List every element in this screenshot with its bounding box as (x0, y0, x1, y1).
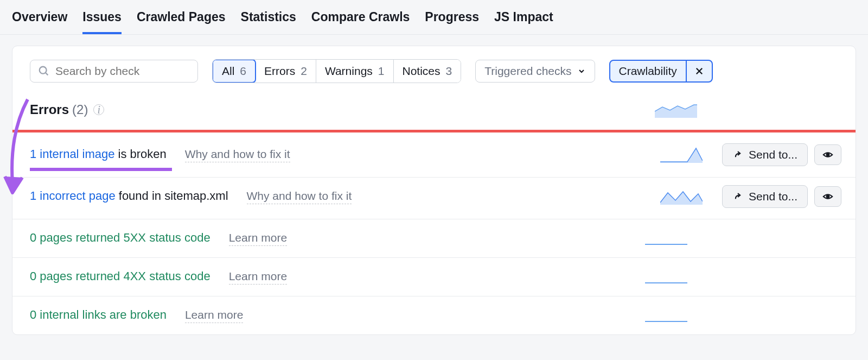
filter-toolbar: All 6 Errors 2 Warnings 1 Notices 3 Trig… (12, 46, 856, 93)
filter-errors[interactable]: Errors 2 (256, 60, 316, 83)
tab-progress[interactable]: Progress (425, 10, 479, 34)
issue-text: 0 pages returned 4XX status code Learn m… (30, 269, 287, 285)
send-to-button[interactable]: Send to... (722, 185, 808, 208)
section-count: (2) (72, 102, 88, 117)
tab-compare-crawls[interactable]: Compare Crawls (311, 10, 410, 34)
help-link[interactable]: Learn more (229, 270, 287, 285)
filter-notices-label: Notices (403, 65, 441, 78)
issue-row: 0 pages returned 5XX status code Learn m… (12, 219, 856, 258)
filter-all[interactable]: All 6 (212, 59, 256, 83)
annotation-underline (30, 168, 172, 171)
tab-issues[interactable]: Issues (82, 10, 122, 34)
section-title: Errors (30, 102, 69, 117)
eye-icon (821, 149, 834, 160)
issue-row: 0 pages returned 4XX status code Learn m… (12, 258, 856, 296)
triggered-checks-label: Triggered checks (484, 65, 571, 78)
issue-desc: 0 pages returned 4XX status code (30, 269, 210, 283)
row-sparkline (645, 307, 687, 324)
help-link[interactable]: Learn more (185, 308, 243, 323)
row-sparkline (660, 147, 703, 163)
filter-warnings[interactable]: Warnings 1 (316, 60, 394, 83)
tabs-bar: Overview Issues Crawled Pages Statistics… (0, 0, 868, 35)
filter-errors-label: Errors (264, 65, 295, 78)
filter-all-label: All (222, 65, 234, 78)
chevron-down-icon (577, 67, 586, 75)
issue-row: 1 incorrect page found in sitemap.xml Wh… (12, 174, 856, 219)
issue-text: 0 internal links are broken Learn more (30, 308, 243, 323)
severity-filter-group: All 6 Errors 2 Warnings 1 Notices 3 (212, 59, 461, 83)
filter-notices-count: 3 (446, 65, 452, 78)
errors-section-header: Errors (2) i (12, 93, 856, 130)
issue-link[interactable]: 1 incorrect page (30, 189, 116, 203)
section-sparkline (655, 102, 697, 118)
filter-chip-crawlability: Crawlability (609, 60, 713, 83)
row-sparkline (660, 188, 703, 205)
issue-text: 1 internal image is broken Why and how t… (30, 147, 290, 162)
share-arrow-icon (732, 191, 743, 202)
share-arrow-icon (732, 149, 743, 160)
issues-panel: All 6 Errors 2 Warnings 1 Notices 3 Trig… (12, 46, 856, 335)
row-sparkline (645, 269, 687, 285)
tab-overview[interactable]: Overview (12, 10, 67, 34)
send-to-label: Send to... (749, 148, 797, 161)
filter-warnings-label: Warnings (325, 65, 373, 78)
filter-errors-count: 2 (301, 65, 307, 78)
filter-notices[interactable]: Notices 3 (394, 60, 461, 83)
issue-row: 0 internal links are broken Learn more (12, 296, 856, 334)
filter-warnings-count: 1 (378, 65, 385, 78)
svg-point-0 (40, 67, 47, 74)
issue-desc: is broken (118, 147, 167, 161)
svg-line-1 (46, 73, 48, 75)
triggered-checks-dropdown[interactable]: Triggered checks (475, 60, 595, 83)
send-to-label: Send to... (749, 190, 797, 203)
tab-statistics[interactable]: Statistics (241, 10, 296, 34)
chip-remove-button[interactable] (687, 62, 712, 80)
issue-desc: 0 pages returned 5XX status code (30, 231, 210, 245)
eye-icon (821, 191, 834, 202)
search-icon (38, 65, 50, 77)
search-input[interactable] (55, 65, 190, 78)
issue-text: 1 incorrect page found in sitemap.xml Wh… (30, 189, 352, 204)
tab-crawled-pages[interactable]: Crawled Pages (137, 10, 226, 34)
row-sparkline (645, 230, 687, 247)
visibility-toggle-button[interactable] (814, 186, 841, 207)
send-to-button[interactable]: Send to... (722, 143, 808, 166)
svg-point-4 (827, 154, 829, 156)
help-link[interactable]: Why and how to fix it (185, 148, 290, 162)
filter-all-count: 6 (240, 65, 246, 78)
search-field[interactable] (30, 60, 198, 83)
issue-text: 0 pages returned 5XX status code Learn m… (30, 231, 287, 246)
tab-js-impact[interactable]: JS Impact (494, 10, 553, 34)
info-icon[interactable]: i (93, 104, 104, 115)
close-icon (694, 66, 704, 76)
issue-desc: 0 internal links are broken (30, 308, 167, 322)
svg-point-5 (827, 195, 829, 198)
help-link[interactable]: Learn more (229, 231, 287, 246)
chip-label: Crawlability (610, 61, 687, 81)
issue-link[interactable]: 1 internal image (30, 147, 115, 161)
help-link[interactable]: Why and how to fix it (247, 190, 352, 204)
visibility-toggle-button[interactable] (814, 144, 841, 165)
issue-desc: found in sitemap.xml (119, 189, 228, 203)
